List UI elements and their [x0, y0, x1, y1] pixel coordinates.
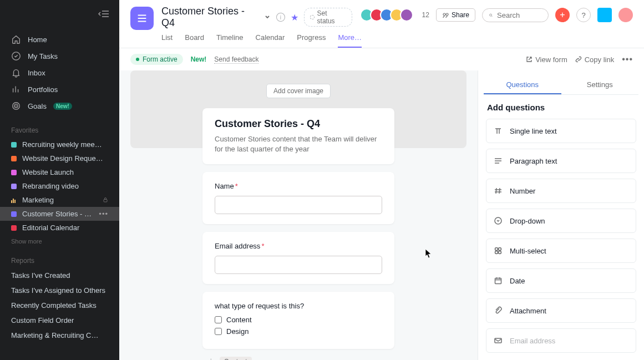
- sidebar-collapse-button[interactable]: [0, 0, 119, 28]
- question-type-multi[interactable]: Multi-select: [486, 239, 636, 263]
- field-label: what type of request is this?: [215, 302, 304, 310]
- chevron-down-icon: ▾: [202, 358, 206, 360]
- home-icon: [11, 34, 21, 44]
- project-title[interactable]: Customer Stories - Q4: [161, 6, 258, 29]
- show-more-link[interactable]: Show more: [0, 235, 119, 248]
- nav-goals[interactable]: GoalsNew!: [0, 98, 119, 114]
- view-form-link[interactable]: View form: [526, 55, 567, 64]
- bell-icon: [11, 68, 21, 78]
- project-color-icon: [11, 225, 17, 231]
- question-type-text[interactable]: Single line text: [486, 119, 636, 143]
- question-type-email[interactable]: Email address: [486, 328, 636, 353]
- question-type-number[interactable]: Number: [486, 179, 636, 203]
- report-item[interactable]: Tasks I've Created: [0, 268, 119, 283]
- checkbox-icon: [215, 316, 222, 323]
- member-avatar: [400, 8, 413, 22]
- tab-list[interactable]: List: [161, 33, 173, 48]
- question-type-date[interactable]: Date: [486, 268, 636, 293]
- global-add-button[interactable]: +: [555, 8, 570, 22]
- tab-timeline[interactable]: Timeline: [216, 33, 244, 48]
- svg-rect-14: [495, 338, 501, 343]
- form-description[interactable]: Customer Stories content that the Team w…: [215, 134, 382, 154]
- option-content[interactable]: Content: [215, 316, 382, 324]
- nav-my-tasks[interactable]: My Tasks: [0, 48, 119, 64]
- sidebar: HomeMy TasksInboxPortfoliosGoalsNew! Fav…: [0, 0, 119, 360]
- question-type-para[interactable]: Paragraph text: [486, 149, 636, 173]
- field-label: Email address: [215, 242, 260, 250]
- form-field-request-type[interactable]: what type of request is this? Content De…: [202, 292, 394, 349]
- form-toolbar: Form active New! Send feedback View form…: [119, 48, 644, 70]
- report-item[interactable]: Custom Field Order: [0, 313, 119, 328]
- help-button[interactable]: ?: [576, 8, 591, 22]
- copy-link-button[interactable]: Copy link: [575, 55, 614, 64]
- info-icon[interactable]: i: [276, 13, 285, 22]
- required-marker: *: [235, 182, 238, 190]
- workspace-switcher[interactable]: [597, 8, 612, 22]
- main: Customer Stories - Q4 i ★ Set status Lis…: [119, 0, 644, 360]
- nav-home[interactable]: Home: [0, 31, 119, 48]
- branch-condition[interactable]: ▾ is Content: [202, 357, 394, 360]
- favorite-item[interactable]: Marketing: [0, 193, 119, 207]
- share-button[interactable]: Share: [436, 8, 475, 22]
- favorite-item[interactable]: Rebranding video: [0, 179, 119, 193]
- svg-point-10: [499, 248, 501, 251]
- profile-avatar[interactable]: [618, 8, 633, 22]
- report-item[interactable]: Recently Completed Tasks: [0, 298, 119, 313]
- add-cover-image-button[interactable]: Add cover image: [266, 84, 331, 98]
- para-icon: [493, 156, 503, 166]
- svg-point-7: [490, 14, 492, 16]
- item-menu-icon[interactable]: •••: [99, 210, 108, 218]
- form-field-email[interactable]: Email address*: [202, 232, 394, 284]
- new-badge: New!: [53, 103, 72, 110]
- favorite-item[interactable]: Customer Stories - Q4•••: [0, 207, 119, 221]
- report-item[interactable]: Marketing & Recruiting C…: [0, 328, 119, 343]
- project-icon[interactable]: [130, 7, 154, 30]
- send-feedback-link[interactable]: Send feedback: [214, 55, 258, 64]
- question-type-attach[interactable]: Attachment: [486, 298, 636, 323]
- checkbox-icon: [215, 328, 222, 335]
- svg-point-9: [495, 248, 498, 251]
- favorite-item[interactable]: Website Launch: [0, 165, 119, 179]
- svg-point-6: [446, 13, 448, 16]
- form-builder-area: Add cover image Customer Stories - Q4 Cu…: [119, 70, 478, 360]
- title-chevron-icon[interactable]: [264, 12, 271, 22]
- tab-board[interactable]: Board: [185, 33, 204, 48]
- panel-tab-settings[interactable]: Settings: [561, 76, 639, 94]
- option-design[interactable]: Design: [215, 327, 382, 336]
- branch-value-chip[interactable]: Content: [220, 357, 252, 360]
- set-status-button[interactable]: Set status: [304, 8, 352, 27]
- project-color-icon: [11, 170, 17, 175]
- favorite-item[interactable]: Website Design Reque…: [0, 151, 119, 165]
- form-header-card[interactable]: Customer Stories - Q4 Customer Stories c…: [202, 108, 394, 164]
- favorites-header: Favorites: [0, 118, 119, 138]
- svg-point-3: [16, 106, 17, 107]
- bars-icon: [11, 197, 17, 203]
- email-input[interactable]: [215, 256, 382, 274]
- tab-calendar[interactable]: Calendar: [256, 33, 285, 48]
- star-icon[interactable]: ★: [291, 12, 298, 23]
- panel-tab-questions[interactable]: Questions: [484, 76, 561, 94]
- favorite-item[interactable]: Editorial Calendar: [0, 221, 119, 235]
- attach-icon: [493, 306, 503, 316]
- member-avatars[interactable]: [360, 8, 413, 22]
- tab-more[interactable]: More…: [338, 33, 362, 48]
- svg-rect-13: [495, 278, 501, 284]
- nav-inbox[interactable]: Inbox: [0, 64, 119, 81]
- number-icon: [493, 186, 503, 196]
- tab-progress[interactable]: Progress: [297, 33, 326, 48]
- form-title[interactable]: Customer Stories - Q4: [215, 118, 382, 130]
- email-icon: [493, 336, 503, 346]
- report-item[interactable]: Tasks I've Assigned to Others: [0, 283, 119, 298]
- favorite-item[interactable]: Recruiting weekly mee…: [0, 138, 119, 151]
- nav-portfolios[interactable]: Portfolios: [0, 81, 119, 98]
- search-input[interactable]: [482, 8, 549, 22]
- form-field-name[interactable]: Name*: [202, 172, 394, 224]
- svg-point-11: [495, 251, 498, 254]
- more-actions-icon[interactable]: •••: [622, 54, 633, 64]
- question-type-dropdown[interactable]: Drop-down: [486, 209, 636, 233]
- required-marker: *: [261, 242, 264, 250]
- name-input[interactable]: [215, 196, 382, 214]
- form-active-badge[interactable]: Form active: [130, 54, 183, 65]
- svg-point-12: [499, 251, 501, 254]
- search-field[interactable]: [497, 11, 541, 19]
